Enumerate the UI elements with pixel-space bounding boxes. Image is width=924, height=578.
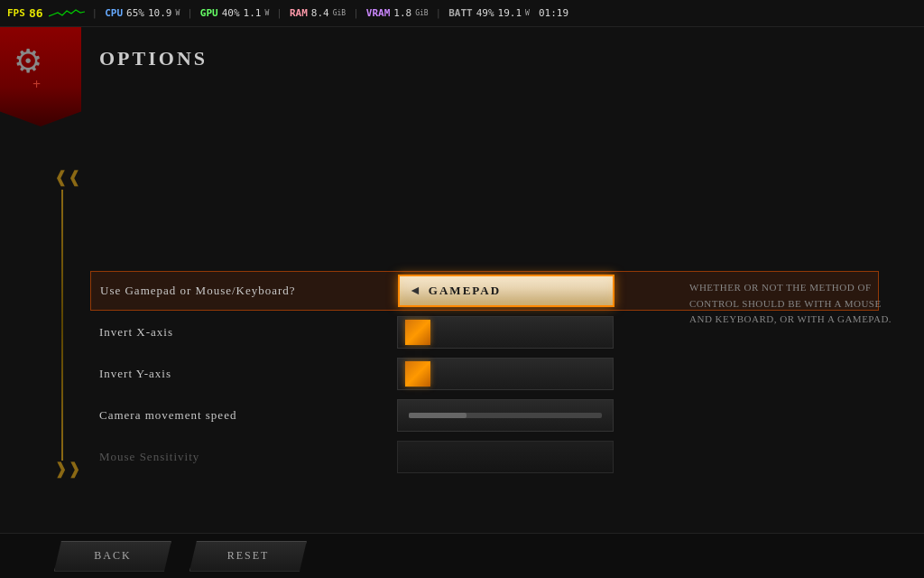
ram-label: RAM <box>290 7 308 19</box>
reset-button[interactable]: Reset <box>189 541 307 572</box>
vram-value: 1.8 <box>393 7 411 19</box>
scroll-line <box>61 190 63 461</box>
fps-label: FPS <box>7 7 25 19</box>
toggle-invert-y[interactable] <box>397 358 614 390</box>
batt-watts-sup: W <box>525 9 530 17</box>
disabled-control-mouse-sensitivity <box>397 441 614 473</box>
slider-camera-speed[interactable] <box>397 399 614 432</box>
fps-graph <box>49 7 85 20</box>
option-label-invert-x: Invert X-axis <box>90 325 397 340</box>
option-row-mouse-sensitivity: Mouse Sensitivity <box>90 437 879 477</box>
option-control-camera-speed[interactable] <box>397 399 614 432</box>
back-button[interactable]: Back <box>54 541 171 572</box>
cpu-watts-sup: W <box>175 9 180 17</box>
dropdown-value: Gamepad <box>429 284 501 298</box>
batt-label: BATT <box>448 7 473 19</box>
cpu-pct: 65% <box>126 7 144 19</box>
gpu-watts: 1.1 <box>244 7 262 19</box>
option-label-camera-speed: Camera movement speed <box>90 408 397 423</box>
toggle-indicator-x <box>405 320 430 345</box>
dropdown-control-method[interactable]: ◄ Gamepad <box>398 275 614 307</box>
bottom-bar: Back Reset <box>0 533 924 578</box>
gpu-watts-sup: W <box>264 9 269 17</box>
hud-bar: FPS 86 | CPU 65% 10.9W | GPU 40% 1.1W | … <box>0 0 924 27</box>
ram-value: 8.4 <box>311 7 329 19</box>
clock: 01:19 <box>539 7 568 19</box>
fps-value: 86 <box>29 6 43 20</box>
cpu-watts: 10.9 <box>148 7 172 19</box>
page-title: Options <box>99 47 208 70</box>
toggle-invert-x[interactable] <box>397 316 614 349</box>
scroll-up-icon[interactable]: ❰❰ <box>54 167 81 187</box>
slider-track <box>409 413 602 418</box>
option-description: Whether or not the method of control sho… <box>689 280 897 328</box>
toggle-indicator-y <box>405 361 430 387</box>
gpu-pct: 40% <box>222 7 240 19</box>
option-control-mouse-sensitivity <box>397 441 614 473</box>
option-label-control-method: Use Gamepad or Mouse/Keyboard? <box>91 284 398 298</box>
option-row-camera-speed[interactable]: Camera movement speed <box>90 396 879 435</box>
vram-sup: GiB <box>415 9 428 17</box>
option-control-control-method[interactable]: ◄ Gamepad <box>398 275 614 307</box>
batt-pct: 49% <box>476 7 494 19</box>
gpu-label: GPU <box>200 7 218 19</box>
option-control-invert-y[interactable] <box>397 358 614 390</box>
gear-plus-icon: + <box>32 77 41 93</box>
cpu-label: CPU <box>105 7 123 19</box>
gear-icon: ⚙ <box>14 45 42 78</box>
batt-watts: 19.1 <box>498 7 522 19</box>
option-label-invert-y: Invert Y-axis <box>90 367 397 381</box>
dropdown-arrow-left: ◄ <box>409 284 421 298</box>
slider-fill <box>409 413 467 418</box>
vram-label: VRAM <box>366 7 391 19</box>
header-banner: ⚙ + Options <box>0 27 180 126</box>
scroll-down-icon[interactable]: ❱❱ <box>54 459 81 479</box>
option-label-mouse-sensitivity: Mouse Sensitivity <box>90 450 397 464</box>
main-panel: ⚙ + Options ❰❰ ❱❱ Use Gamepad or Mouse/K… <box>0 27 924 533</box>
ram-sup: GiB <box>333 9 346 17</box>
option-row-invert-y[interactable]: Invert Y-axis <box>90 354 879 394</box>
option-control-invert-x[interactable] <box>397 316 614 349</box>
